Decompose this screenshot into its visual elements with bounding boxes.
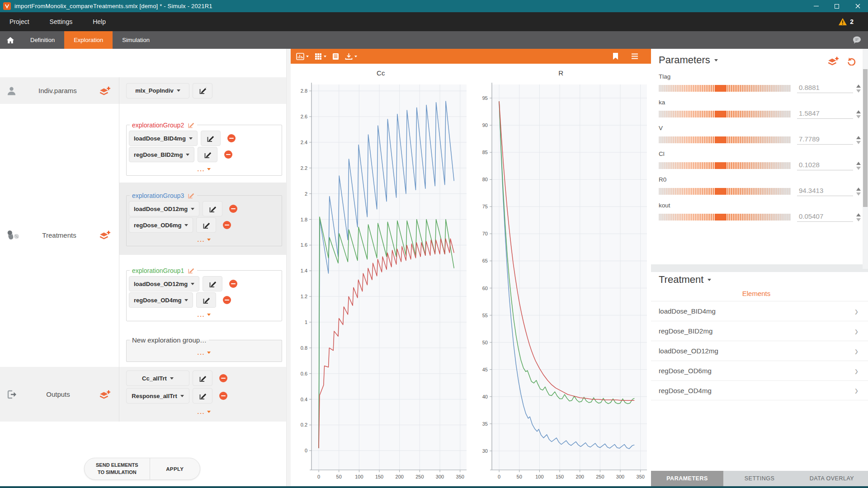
minus-circle-icon[interactable] — [219, 374, 227, 382]
parameter-value[interactable]: 0.05407 — [797, 212, 853, 222]
group-more-button[interactable]: ... — [128, 234, 280, 244]
tab-exploration[interactable]: Exploration — [64, 31, 113, 49]
parameter-slider[interactable] — [659, 214, 791, 221]
slider-handle[interactable] — [715, 188, 726, 195]
parameter-value[interactable]: 0.1028 — [797, 161, 853, 170]
treatment-select[interactable]: regDose_BID2mg — [129, 147, 194, 162]
slider-handle[interactable] — [715, 162, 726, 169]
minus-circle-icon[interactable] — [219, 392, 227, 400]
step-down-icon[interactable] — [856, 192, 861, 196]
parameter-slider[interactable] — [659, 162, 791, 169]
step-down-icon[interactable] — [856, 218, 861, 221]
parameter-value[interactable]: 1.5847 — [797, 109, 853, 119]
chart-plot-r[interactable]: 0501001502002503003503035404550556065707… — [471, 81, 651, 486]
chart-plot-cc[interactable]: 05010015020025030035000.20.40.60.811.21.… — [291, 81, 471, 486]
parameter-value[interactable]: 94.3413 — [797, 187, 853, 196]
edit-treatment-button[interactable] — [203, 276, 222, 291]
chat-bubble-icon[interactable] — [851, 36, 862, 44]
apply-button[interactable]: APPLY — [150, 458, 200, 479]
close-button[interactable] — [847, 0, 868, 12]
tab-parameters[interactable]: PARAMETERS — [651, 471, 723, 486]
new-group-more-button[interactable]: ... — [128, 345, 280, 360]
minus-circle-icon[interactable] — [227, 134, 236, 142]
edit-output-button[interactable] — [193, 388, 212, 404]
value-stepper[interactable] — [856, 213, 861, 221]
grid-layout-button[interactable] — [315, 53, 326, 60]
edit-output-button[interactable] — [193, 371, 212, 386]
step-up-icon[interactable] — [856, 213, 861, 216]
element-row[interactable]: loadDose_OD12mg› — [651, 341, 868, 361]
step-up-icon[interactable] — [856, 188, 861, 191]
edit-treatment-button[interactable] — [198, 147, 217, 162]
output-select[interactable]: Cc_allTrt — [126, 371, 189, 386]
tab-simulation[interactable]: Simulation — [113, 31, 159, 49]
parameter-slider[interactable] — [659, 136, 791, 143]
send-elements-button[interactable]: SEND ELEMENTS TO SIMULATION — [85, 458, 150, 479]
minus-circle-icon[interactable] — [223, 296, 231, 304]
group-more-button[interactable]: ... — [128, 163, 280, 174]
parameter-slider[interactable] — [659, 188, 791, 195]
parameters-header[interactable]: Parameters — [659, 54, 718, 66]
element-row[interactable]: regDose_OD6mg› — [651, 361, 868, 380]
data-table-button[interactable] — [332, 53, 339, 60]
maximize-button[interactable] — [826, 0, 847, 12]
slider-handle[interactable] — [715, 85, 726, 92]
step-down-icon[interactable] — [856, 167, 861, 170]
treatment-select[interactable]: regDose_OD4mg — [129, 292, 193, 308]
rename-group-icon[interactable] — [187, 267, 195, 274]
output-select[interactable]: Response_allTrt — [126, 388, 189, 404]
layers-plus-icon[interactable] — [99, 389, 111, 399]
step-up-icon[interactable] — [856, 84, 861, 88]
treatment-select[interactable]: loadDose_BID4mg — [129, 131, 198, 146]
minimize-button[interactable] — [806, 0, 826, 12]
menu-project[interactable]: Project — [9, 18, 29, 25]
treatment-select[interactable]: regDose_OD6mg — [129, 217, 193, 233]
value-stepper[interactable] — [856, 136, 861, 144]
layers-plus-icon[interactable] — [99, 230, 111, 240]
slider-handle[interactable] — [715, 136, 726, 143]
edit-indiv-params-button[interactable] — [193, 83, 212, 99]
minus-circle-icon[interactable] — [224, 150, 232, 159]
parameter-value[interactable]: 0.8881 — [797, 84, 853, 93]
export-plot-button[interactable] — [345, 53, 357, 60]
slider-handle[interactable] — [715, 111, 726, 117]
step-up-icon[interactable] — [856, 110, 861, 113]
step-down-icon[interactable] — [856, 115, 861, 118]
element-row[interactable]: regDose_OD4mg› — [651, 380, 868, 400]
rename-group-icon[interactable] — [187, 192, 195, 199]
value-stepper[interactable] — [856, 110, 861, 118]
treatment-select[interactable]: loadDose_OD12mg — [129, 201, 199, 216]
treatment-select[interactable]: loadDose_OD12mg — [129, 276, 199, 291]
value-stepper[interactable] — [856, 162, 861, 170]
parameter-slider[interactable] — [659, 111, 791, 117]
sidebar-scrollbar[interactable] — [286, 49, 291, 486]
step-down-icon[interactable] — [856, 89, 861, 93]
value-stepper[interactable] — [856, 188, 861, 196]
treatment-header[interactable]: Treatment — [659, 274, 711, 286]
bookmark-icon[interactable] — [613, 52, 618, 60]
minus-circle-icon[interactable] — [229, 280, 237, 288]
warnings-indicator[interactable]: 2 — [838, 18, 854, 26]
rename-group-icon[interactable] — [187, 121, 195, 129]
undo-icon[interactable] — [847, 56, 856, 66]
element-row[interactable]: loadDose_BID4mg› — [651, 301, 868, 321]
layers-plus-icon[interactable] — [99, 86, 111, 96]
parameter-slider[interactable] — [659, 85, 791, 92]
value-stepper[interactable] — [856, 84, 861, 93]
edit-treatment-button[interactable] — [196, 292, 216, 308]
minus-circle-icon[interactable] — [223, 221, 231, 229]
outputs-more-button[interactable]: ... — [126, 406, 282, 416]
menu-help[interactable]: Help — [93, 18, 106, 25]
menu-icon[interactable] — [631, 53, 638, 59]
group-more-button[interactable]: ... — [128, 309, 280, 319]
step-up-icon[interactable] — [856, 136, 861, 139]
element-row[interactable]: regDose_BID2mg› — [651, 321, 868, 341]
edit-treatment-button[interactable] — [203, 201, 222, 216]
parameter-value[interactable]: 7.7789 — [797, 135, 853, 145]
edit-treatment-button[interactable] — [201, 131, 221, 146]
scrollbar-thumb[interactable] — [863, 69, 868, 207]
minus-circle-icon[interactable] — [229, 205, 237, 213]
menu-settings[interactable]: Settings — [50, 18, 73, 25]
layers-plus-icon[interactable] — [827, 56, 839, 66]
tab-definition[interactable]: Definition — [21, 31, 64, 49]
